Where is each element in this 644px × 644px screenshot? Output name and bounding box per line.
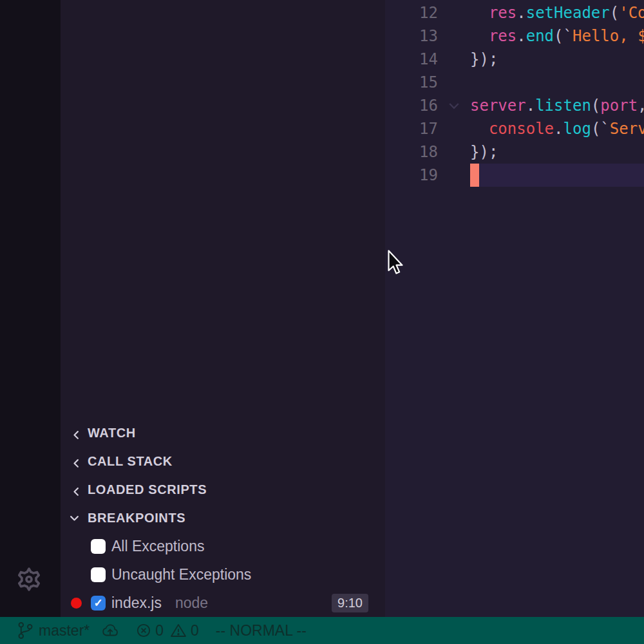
- sidebar-section-loaded-scripts[interactable]: LOADED SCRIPTS: [61, 475, 385, 504]
- breakpoint-dot-empty: [71, 569, 82, 580]
- line-number[interactable]: 14: [385, 50, 438, 68]
- warning-triangle-icon: [170, 623, 187, 638]
- breakpoint-detail: node: [175, 594, 208, 612]
- branch-name: master*: [39, 622, 90, 639]
- breakpoint-label: index.js: [111, 594, 162, 612]
- code-token: });: [470, 50, 498, 68]
- code-token: port: [600, 97, 638, 115]
- line-number[interactable]: 13: [385, 27, 438, 45]
- code-line: 16server.listen(port,: [385, 94, 644, 117]
- code-line: 12 res.setHeader('Co: [385, 1, 644, 24]
- code-token: res: [489, 27, 516, 45]
- line-number[interactable]: 12: [385, 4, 438, 22]
- chevron-right-icon: [68, 483, 80, 496]
- sidebar-section-watch[interactable]: WATCH: [61, 419, 385, 447]
- code-token: .: [516, 27, 526, 45]
- checkbox-unchecked[interactable]: [91, 567, 106, 582]
- sidebar-section-call-stack[interactable]: CALL STACK: [61, 447, 385, 475]
- code-token: 'Co: [619, 4, 644, 22]
- code-token: Hello, $: [573, 27, 644, 45]
- code-token: log: [564, 120, 591, 138]
- cloud-upload-icon: [101, 623, 119, 638]
- warning-count: 0: [191, 622, 199, 639]
- code-token: [470, 4, 489, 22]
- vim-mode-text: -- NORMAL --: [216, 622, 307, 639]
- code-token: ,: [638, 97, 644, 115]
- error-circle-icon: [136, 623, 151, 638]
- code-token: setHeader: [526, 4, 610, 22]
- code-token: (: [591, 97, 600, 115]
- git-branch-status[interactable]: master*: [17, 621, 90, 640]
- sidebar-section-breakpoints[interactable]: BREAKPOINTS: [61, 504, 385, 532]
- breakpoint-row[interactable]: All Exceptions: [61, 532, 385, 560]
- code-token: [470, 120, 489, 138]
- section-label: LOADED SCRIPTS: [88, 482, 207, 497]
- line-number[interactable]: 17: [385, 120, 438, 138]
- code-line: 13 res.end(`Hello, $: [385, 24, 644, 48]
- chevron-right-icon: [68, 455, 80, 468]
- breakpoint-row[interactable]: ✓index.jsnode9:10: [61, 589, 385, 617]
- checkbox-checked[interactable]: ✓: [91, 596, 106, 611]
- code-line: 17 console.log(`Serv: [385, 117, 644, 140]
- code-text[interactable]: });: [470, 48, 644, 71]
- code-text[interactable]: res.setHeader('Co: [470, 1, 644, 24]
- debug-panes: WATCHCALL STACKLOADED SCRIPTSBREAKPOINTS…: [61, 419, 385, 617]
- code-token: res: [489, 4, 516, 22]
- code-text[interactable]: res.end(`Hello, $: [470, 24, 644, 48]
- code-token: listen: [535, 97, 591, 115]
- line-number[interactable]: 15: [385, 73, 438, 91]
- vscode-debug-window: WATCHCALL STACKLOADED SCRIPTSBREAKPOINTS…: [0, 0, 644, 644]
- chevron-down-icon: [68, 511, 80, 524]
- debug-sidebar: WATCHCALL STACKLOADED SCRIPTSBREAKPOINTS…: [61, 0, 385, 617]
- breakpoint-dot-empty: [71, 541, 82, 552]
- line-number[interactable]: 19: [385, 166, 438, 184]
- error-count: 0: [155, 622, 164, 639]
- code-token: (: [554, 27, 563, 45]
- code-token: .: [554, 120, 563, 138]
- breakpoint-dot: [71, 598, 82, 609]
- code-text[interactable]: [470, 71, 644, 94]
- code-token: Serv: [610, 120, 644, 138]
- code-token: console: [489, 120, 554, 138]
- code-token: end: [526, 27, 554, 45]
- settings-gear-icon[interactable]: [15, 565, 43, 594]
- code-line: 14});: [385, 48, 644, 71]
- code-line: 19: [385, 164, 644, 187]
- code-text[interactable]: server.listen(port,: [470, 94, 644, 117]
- line-number[interactable]: 16: [385, 97, 438, 115]
- code-token: `: [600, 120, 609, 138]
- section-label: WATCH: [88, 426, 136, 440]
- problems-status[interactable]: 0 0: [136, 622, 199, 639]
- sync-status[interactable]: [101, 623, 119, 638]
- code-text[interactable]: console.log(`Serv: [470, 117, 644, 140]
- code-token: server: [470, 97, 526, 115]
- breakpoint-location-badge: 9:10: [332, 594, 368, 612]
- section-label: CALL STACK: [88, 454, 173, 469]
- editor-cursor: [470, 164, 479, 187]
- code-token: `: [564, 27, 573, 45]
- code-editor[interactable]: 12 res.setHeader('Co13 res.end(`Hello, $…: [385, 0, 644, 617]
- code-text[interactable]: });: [470, 140, 644, 164]
- code-text[interactable]: [470, 164, 644, 187]
- checkbox-unchecked[interactable]: [91, 539, 106, 554]
- code-token: });: [470, 143, 498, 161]
- section-label: BREAKPOINTS: [88, 511, 185, 526]
- code-line: 18});: [385, 140, 644, 164]
- code-token: .: [516, 4, 526, 22]
- code-token: .: [526, 97, 535, 115]
- status-bar: master* 0: [0, 617, 644, 644]
- git-branch-icon: [17, 621, 33, 640]
- code-token: (: [591, 120, 600, 138]
- breakpoint-label: All Exceptions: [111, 538, 204, 555]
- vim-mode-indicator[interactable]: -- NORMAL --: [216, 622, 307, 639]
- code-line: 15: [385, 71, 644, 94]
- code-token: [470, 27, 489, 45]
- breakpoint-label: Uncaught Exceptions: [111, 566, 251, 583]
- line-number[interactable]: 18: [385, 143, 438, 161]
- fold-chevron-icon[interactable]: [438, 98, 470, 113]
- chevron-right-icon: [68, 426, 80, 439]
- breakpoint-row[interactable]: Uncaught Exceptions: [61, 560, 385, 589]
- code-token: (: [610, 4, 619, 22]
- activity-bar: [0, 0, 61, 617]
- code-area: 12 res.setHeader('Co13 res.end(`Hello, $…: [385, 1, 644, 187]
